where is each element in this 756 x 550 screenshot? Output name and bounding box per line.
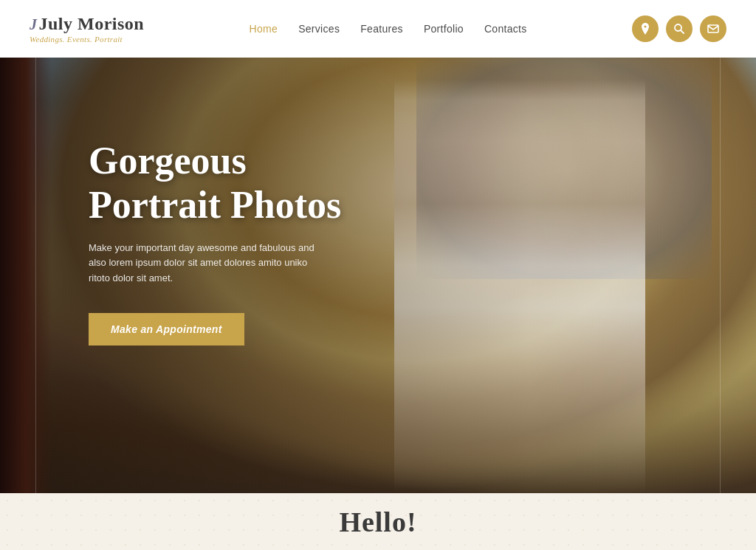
nav-portfolio[interactable]: Portfolio	[424, 23, 464, 35]
logo-icon: J	[30, 16, 38, 32]
logo: JJuly Morison Weddings. Events. Portrait	[30, 14, 144, 43]
nav-contacts[interactable]: Contacts	[484, 23, 527, 35]
svg-line-1	[681, 30, 684, 33]
hero-content: Gorgeous Portrait Photos Make your impor…	[0, 58, 354, 346]
hero-title: Gorgeous Portrait Photos	[89, 139, 354, 227]
below-hero-section: Hello!	[0, 493, 756, 550]
logo-name: JJuly Morison	[30, 14, 144, 33]
hero-section: Gorgeous Portrait Photos Make your impor…	[0, 58, 756, 493]
header: JJuly Morison Weddings. Events. Portrait…	[0, 0, 756, 58]
nav-features[interactable]: Features	[360, 23, 403, 35]
header-icon-group	[632, 16, 726, 42]
nav-home[interactable]: Home	[250, 23, 278, 35]
hero-subtitle: Make your important day awesome and fabu…	[89, 241, 325, 286]
email-icon-button[interactable]	[700, 16, 726, 42]
location-icon-button[interactable]	[632, 16, 659, 42]
hello-heading: Hello!	[339, 506, 416, 538]
svg-rect-2	[708, 25, 718, 32]
main-nav: Home Services Features Portfolio Contact…	[250, 23, 527, 35]
search-icon-button[interactable]	[666, 16, 693, 42]
logo-tagline: Weddings. Events. Portrait	[30, 35, 123, 44]
cta-appointment-button[interactable]: Make an Appointment	[89, 313, 244, 346]
nav-services[interactable]: Services	[298, 23, 340, 35]
